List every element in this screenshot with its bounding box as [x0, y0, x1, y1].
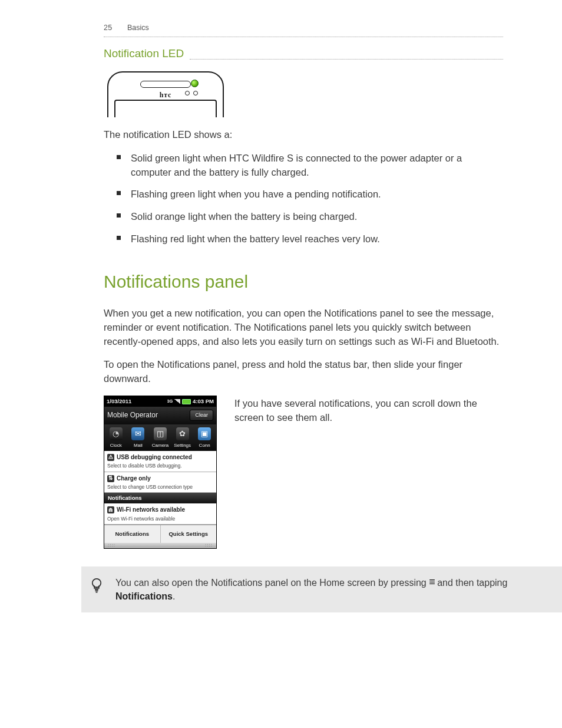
clear-button[interactable]: Clear	[190, 410, 213, 421]
phone-top-illustration: hтс	[104, 69, 226, 117]
list-item: Solid orange light when the battery is b…	[131, 210, 503, 224]
notification-title: Wi-Fi networks available	[117, 506, 185, 515]
app-label: Mail	[128, 442, 149, 449]
mail-icon: ✉	[131, 427, 144, 440]
list-item: Solid green light when HTC Wildfire S is…	[131, 151, 503, 180]
notification-subtitle: Select to change USB connection type	[107, 483, 213, 490]
status-bar: 1/03/2011 3G 4:03 PM	[104, 396, 216, 407]
app-label: Camera	[150, 442, 171, 449]
list-item: Flashing green light when you have a pen…	[131, 187, 503, 202]
lightbulb-icon	[91, 577, 103, 596]
subsection-title: Notification LED	[104, 45, 184, 62]
section-name: Basics	[127, 24, 149, 32]
status-time: 4:03 PM	[193, 397, 214, 406]
gear-icon: ✿	[176, 427, 189, 440]
grip-dots: ::::	[205, 542, 213, 549]
list-item: Flashing red light when the battery leve…	[131, 232, 503, 246]
notification-subtitle: Select to disable USB debugging.	[107, 462, 213, 469]
app-label: Settings	[172, 442, 193, 449]
network-mode-label: 3G	[167, 398, 173, 404]
app-camera[interactable]: ◫ Camera	[150, 427, 171, 449]
notification-item[interactable]: ⚠USB debugging connected Select to disab…	[104, 451, 216, 472]
app-label: Clock	[105, 442, 127, 449]
grip-dots: ::::	[108, 542, 115, 549]
led-icon	[191, 80, 199, 87]
tab-notifications[interactable]: Notifications	[104, 525, 160, 543]
warning-icon: ⚠	[107, 454, 114, 461]
status-date: 1/03/2011	[107, 397, 131, 406]
app-settings[interactable]: ✿ Settings	[172, 427, 193, 449]
body-paragraph: To open the Notifications panel, press a…	[104, 358, 503, 386]
app-connections[interactable]: ▣ Conn	[194, 427, 215, 449]
battery-icon	[182, 399, 191, 404]
notifications-word: Notifications	[115, 591, 173, 601]
tip-box: You can also open the Notifications pane…	[81, 566, 562, 612]
app-clock[interactable]: ◔ Clock	[105, 427, 127, 449]
side-paragraph: If you have several notifications, you c…	[234, 397, 503, 425]
led-states-list: Solid green light when HTC Wildfire S is…	[104, 151, 503, 247]
running-header: 25 Basics	[104, 22, 503, 33]
drag-handle[interactable]: :::: ::::	[104, 543, 216, 548]
connection-icon: ▣	[198, 427, 211, 440]
notifications-header: Notifications	[104, 493, 216, 503]
notifications-panel-screenshot: 1/03/2011 3G 4:03 PM Mobile Operator Cle…	[104, 396, 217, 548]
divider	[104, 37, 503, 37]
menu-icon: ≡	[429, 578, 435, 586]
camera-icon: ◫	[154, 427, 167, 440]
tab-quick-settings[interactable]: Quick Settings	[160, 525, 217, 543]
notification-title: Charge only	[117, 475, 151, 483]
page-number: 25	[104, 24, 113, 32]
wifi-icon: ⋒	[107, 506, 114, 513]
notification-item[interactable]: ⋒Wi-Fi networks available Open Wi-Fi net…	[104, 503, 216, 525]
notification-subtitle: Open Wi-Fi networks available	[107, 515, 213, 522]
notification-title: USB debugging connected	[117, 453, 192, 462]
device-logo: hтс	[160, 90, 171, 100]
app-label: Conn	[194, 442, 215, 449]
recent-apps-row: ◔ Clock ✉ Mail ◫ Camera ✿ Settings ▣ C	[104, 424, 216, 451]
intro-text: The notification LED shows a:	[104, 128, 503, 142]
clock-icon: ◔	[110, 427, 123, 440]
app-mail[interactable]: ✉ Mail	[128, 427, 149, 449]
body-paragraph: When you get a new notification, you can…	[104, 307, 503, 349]
operator-label: Mobile Operator	[107, 410, 158, 420]
usb-icon: ⇅	[107, 475, 114, 482]
svg-point-0	[92, 578, 101, 587]
notification-item[interactable]: ⇅Charge only Select to change USB connec…	[104, 472, 216, 493]
section-title: Notifications panel	[104, 269, 503, 295]
dotted-rule	[190, 59, 503, 60]
tip-text: You can also open the Notifications pane…	[115, 576, 549, 603]
signal-icon	[174, 399, 180, 404]
